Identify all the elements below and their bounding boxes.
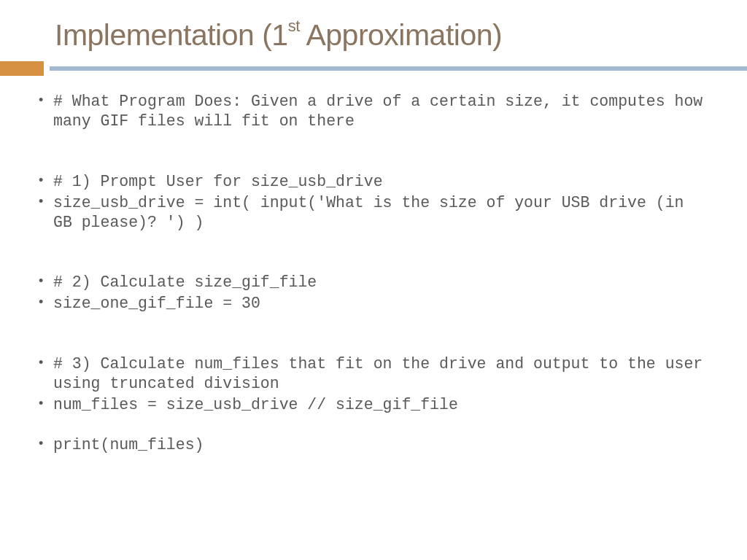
bullet-item: # 2) Calculate size_gif_file — [33, 273, 707, 292]
bullet-item: # 1) Prompt User for size_usb_drive — [33, 172, 707, 192]
slide-title: Implementation (1st Approximation) — [0, 18, 747, 52]
slide-content: # What Program Does: Given a drive of a … — [0, 92, 747, 455]
divider-row — [0, 61, 747, 76]
title-post: Approximation) — [300, 18, 502, 52]
slide: Implementation (1st Approximation) # Wha… — [0, 0, 747, 560]
bullet-list: # What Program Does: Given a drive of a … — [33, 92, 707, 455]
bullet-item: size_usb_drive = int( input('What is the… — [33, 193, 707, 233]
divider-line — [50, 66, 747, 71]
bullet-item: print(num_files) — [33, 435, 707, 455]
bullet-item: # 3) Calculate num_files that fit on the… — [33, 354, 707, 394]
bullet-item: size_one_gif_file = 30 — [33, 294, 707, 314]
bullet-item: num_files = size_usb_drive // size_gif_f… — [33, 395, 707, 415]
title-pre: Implementation (1 — [55, 18, 288, 52]
title-sup: st — [288, 17, 300, 35]
bullet-item: # What Program Does: Given a drive of a … — [33, 92, 707, 131]
accent-block — [0, 61, 44, 76]
